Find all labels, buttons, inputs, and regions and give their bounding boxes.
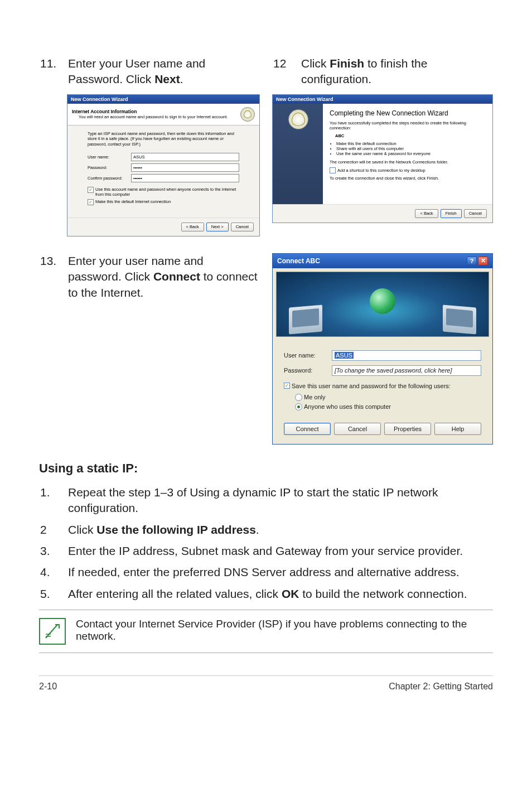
bullet-text: Make this the default connection — [336, 141, 486, 146]
wizard-header-subtitle: You will need an account name and passwo… — [79, 114, 240, 119]
input-value: •••••• — [133, 176, 142, 181]
shortcut-checkbox[interactable]: ✓ — [330, 167, 336, 173]
text: Click — [68, 523, 96, 536]
password-input[interactable]: [To change the saved password, click her… — [332, 365, 481, 376]
use-account-checkbox[interactable]: ✓ — [88, 187, 94, 193]
username-input[interactable]: ASUS — [131, 153, 239, 161]
bold-text: Connect — [153, 270, 200, 283]
step-13-text: 13. Enter your user name and password. C… — [39, 253, 260, 301]
section-heading: Using a static IP: — [39, 461, 493, 476]
note-callout: Contact your Internet Service Provider (… — [39, 610, 493, 653]
input-value: ASUS — [335, 352, 354, 359]
text: After entering all the related values, c… — [68, 587, 282, 600]
new-connection-wizard-account: New Connection Wizard Internet Account I… — [67, 94, 260, 236]
wizard-note: Type an ISP account name and password, t… — [88, 131, 239, 147]
anyone-radio[interactable] — [295, 403, 302, 410]
text: Enter your User name and Password. Click — [68, 57, 205, 85]
confirm-password-label: Confirm password: — [88, 176, 131, 181]
username-input[interactable]: ASUS — [332, 350, 481, 361]
username-label: User name: — [284, 352, 332, 359]
step-num: 11. — [39, 56, 68, 88]
back-button[interactable]: < Back — [415, 209, 438, 218]
bold-text: Use the following IP address — [96, 523, 256, 536]
page-footer: 2-10 Chapter 2: Getting Started — [39, 675, 493, 692]
step-num: 2 — [39, 522, 68, 538]
default-connection-checkbox[interactable]: ✓ — [88, 199, 94, 205]
step-text: If needed, enter the preferred DNS Serve… — [68, 564, 460, 580]
globe-icon — [240, 107, 255, 122]
help-button[interactable]: Help — [434, 423, 481, 435]
cancel-button[interactable]: Cancel — [334, 423, 381, 435]
completion-text: To create the connection and close this … — [330, 176, 486, 181]
finish-button[interactable]: Finish — [441, 209, 462, 218]
step-12-text: 12 Click Finish to finish the configurat… — [272, 56, 493, 88]
static-ip-steps: 1. Repeat the step 1–3 of Using a dynami… — [39, 485, 493, 602]
radio-label: Anyone who uses this computer — [304, 403, 391, 410]
connection-name: ABC — [335, 133, 344, 138]
password-input[interactable]: •••••• — [131, 163, 239, 172]
help-icon[interactable]: ? — [467, 257, 477, 265]
window-title: New Connection Wizard — [67, 95, 259, 104]
wizard-sidebar-graphic — [273, 104, 323, 204]
confirm-password-input[interactable]: •••••• — [131, 174, 239, 182]
connect-button[interactable]: Connect — [284, 423, 331, 435]
cancel-button[interactable]: Cancel — [464, 209, 487, 218]
bullet-text: Share with all users of this computer — [336, 146, 486, 151]
page-number: 2-10 — [39, 682, 57, 692]
input-value: [To change the saved password, click her… — [335, 367, 452, 374]
completion-text: You have successfully completed the step… — [330, 120, 486, 132]
checkbox-label: Make this the default Internet connectio… — [95, 199, 171, 204]
password-label: Password: — [284, 367, 332, 374]
step-num: 1. — [39, 485, 68, 516]
bold-text: Next — [154, 73, 180, 85]
connection-banner-graphic — [276, 272, 489, 337]
new-connection-wizard-complete: New Connection Wizard Completing the New… — [272, 94, 493, 223]
checkbox-label: Save this user name and password for the… — [292, 383, 451, 389]
cancel-button[interactable]: Cancel — [231, 223, 254, 231]
bullet-text: Use the same user name & password for ev… — [336, 151, 486, 156]
step-text: Repeat the step 1–3 of Using a dynamic I… — [68, 485, 493, 516]
step-num: 13. — [39, 253, 68, 301]
note-text: Contact your Internet Service Provider (… — [76, 618, 493, 642]
text: Click — [301, 57, 330, 70]
radio-label: Me only — [304, 394, 326, 400]
checkbox-label: Use this account name and password when … — [95, 187, 239, 197]
step-num: 5. — [39, 586, 68, 602]
completion-title: Completing the New Connection Wizard — [330, 109, 486, 117]
connect-dialog: Connect ABC ? ✕ User name: ASUS — [272, 253, 493, 445]
chapter-title: Chapter 2: Getting Started — [389, 682, 493, 692]
password-label: Password: — [88, 165, 131, 170]
text: . — [180, 73, 183, 85]
step-text: Enter the IP address, Subnet mask and Ga… — [68, 543, 463, 559]
window-title: New Connection Wizard — [273, 95, 492, 104]
bold-text: Finish — [330, 57, 364, 70]
input-value: •••••• — [133, 165, 142, 170]
properties-button[interactable]: Properties — [384, 423, 431, 435]
wizard-header-title: Internet Account Information — [72, 109, 240, 114]
me-only-radio[interactable] — [295, 394, 302, 401]
step-num: 12 — [272, 56, 301, 88]
close-icon[interactable]: ✕ — [478, 257, 488, 265]
step-11-text: 11. Enter your User name and Password. C… — [39, 56, 260, 88]
completion-text: The connection will be saved in the Netw… — [330, 160, 486, 165]
back-button[interactable]: < Back — [181, 223, 204, 231]
input-value: ASUS — [133, 154, 144, 160]
text: . — [256, 523, 259, 536]
next-button[interactable]: Next > — [206, 223, 229, 231]
globe-icon — [288, 109, 308, 129]
save-credentials-checkbox[interactable]: ✓ — [284, 383, 290, 389]
step-num: 4. — [39, 564, 68, 580]
step-num: 3. — [39, 543, 68, 559]
dialog-title: Connect ABC — [277, 257, 320, 265]
username-label: User name: — [88, 154, 131, 160]
checkbox-label: Add a shortcut to this connection to my … — [337, 168, 425, 173]
note-icon — [39, 618, 66, 645]
text: to build the network connection. — [299, 587, 467, 600]
bold-text: OK — [282, 587, 299, 600]
